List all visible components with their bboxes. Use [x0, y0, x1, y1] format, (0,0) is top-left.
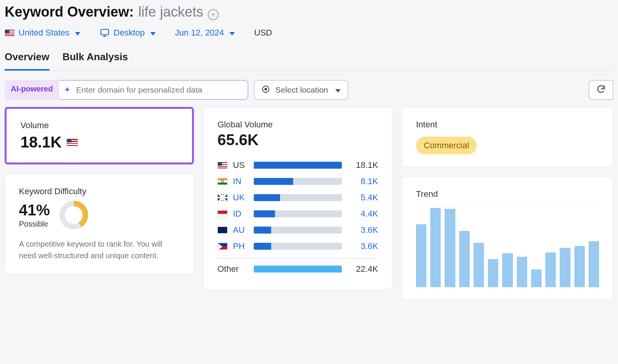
trend-bar [502, 253, 513, 287]
chevron-down-icon [229, 32, 235, 36]
trend-bar-chart [416, 206, 599, 287]
kd-label: Keyword Difficulty [19, 186, 180, 196]
trend-bar [459, 231, 470, 287]
gv-value: 5.4K [347, 193, 378, 203]
gv-value: 8.1K [347, 176, 378, 186]
refresh-button[interactable] [589, 80, 613, 100]
flag-au-icon [217, 227, 228, 234]
gv-country-code: IN [233, 176, 248, 186]
flag-id-icon [217, 210, 228, 217]
filter-device-label: Desktop [114, 28, 145, 38]
flag-us-icon [217, 162, 228, 169]
svg-point-2 [265, 88, 267, 90]
location-select[interactable]: Select location [254, 80, 348, 100]
global-volume-row[interactable]: US18.1K [217, 157, 378, 173]
keyword-text: life jackets [138, 4, 203, 20]
gv-bar [254, 162, 342, 169]
chevron-down-icon [335, 89, 341, 93]
sparkle-icon: ✦ [64, 85, 71, 95]
intent-label: Intent [416, 120, 599, 130]
trend-bar [545, 252, 556, 287]
global-volume-row[interactable]: IN8.1K [217, 173, 378, 190]
kd-description: A competitive keyword to rank for. You w… [19, 238, 180, 261]
kd-donut-chart [58, 200, 89, 230]
controls-row: AI-powered ✦ Select location [5, 80, 613, 100]
gv-value: 3.6K [347, 241, 378, 251]
trend-bar [531, 269, 542, 287]
trend-bar [488, 259, 498, 287]
global-volume-row[interactable]: ID4.4K [217, 206, 378, 222]
trend-bar [445, 209, 455, 287]
intent-value[interactable]: Commercial [416, 137, 477, 154]
flag-us-icon [5, 29, 15, 36]
trend-label: Trend [416, 189, 599, 199]
add-keyword-icon[interactable]: + [208, 9, 219, 20]
filter-country-label: United States [19, 28, 70, 38]
kd-percent: 41% [19, 201, 50, 219]
volume-label: Volume [20, 120, 178, 130]
trend-card: Trend [402, 176, 613, 300]
tab-overview[interactable]: Overview [5, 49, 49, 71]
flag-ph-icon [217, 243, 228, 250]
trend-bar [517, 257, 527, 287]
chevron-down-icon [150, 32, 156, 36]
tab-bulk-analysis[interactable]: Bulk Analysis [63, 49, 128, 71]
gv-bar [254, 194, 342, 201]
gv-bar [254, 210, 342, 217]
gv-value: 18.1K [347, 160, 378, 170]
trend-bar [416, 224, 426, 287]
domain-input[interactable] [76, 85, 241, 95]
global-volume-row[interactable]: UK5.4K [217, 190, 378, 206]
gv-country-code: US [233, 160, 248, 170]
gv-value: 4.4K [347, 209, 378, 219]
flag-uk-icon [217, 194, 228, 201]
global-volume-label: Global Volume [217, 120, 378, 130]
filter-bar: United States Desktop Jun 12, 2024 USD [5, 28, 613, 38]
global-volume-other-row: Other 22.4K [217, 258, 378, 277]
global-volume-row[interactable]: PH3.6K [217, 238, 378, 254]
trend-bar [474, 243, 484, 287]
location-placeholder: Select location [275, 85, 328, 95]
trend-bar [560, 248, 570, 288]
gv-other-label: Other [217, 264, 248, 274]
filter-date[interactable]: Jun 12, 2024 [175, 28, 235, 38]
filter-currency-label: USD [254, 28, 272, 38]
chevron-down-icon [75, 32, 80, 36]
gv-bar [254, 243, 342, 250]
global-volume-row[interactable]: AU3.6K [217, 222, 378, 238]
keyword-difficulty-card: Keyword Difficulty 41% Possible A compet… [5, 174, 194, 274]
page-title-row: Keyword Overview: life jackets + [5, 4, 613, 20]
pin-icon [261, 85, 270, 95]
trend-bar [430, 208, 441, 287]
refresh-icon [596, 84, 606, 96]
gv-bar [254, 178, 342, 185]
monitor-icon [100, 28, 110, 37]
gv-value: 3.6K [347, 225, 378, 235]
volume-value: 18.1K [20, 134, 62, 151]
tabs: Overview Bulk Analysis [5, 49, 613, 71]
volume-card: Volume 18.1K [5, 107, 194, 164]
gv-bar [254, 227, 342, 234]
gv-country-code: UK [233, 193, 248, 203]
volume-value-row: 18.1K [20, 134, 178, 151]
global-volume-card: Global Volume 65.6K US18.1KIN8.1KUK5.4KI… [203, 107, 392, 290]
gv-other-bar [254, 266, 342, 273]
intent-card: Intent Commercial [402, 107, 613, 167]
filter-device[interactable]: Desktop [100, 28, 156, 38]
flag-us-icon [66, 139, 78, 146]
filter-country[interactable]: United States [5, 28, 80, 38]
domain-input-wrap[interactable]: ✦ [59, 80, 248, 100]
trend-bar [574, 246, 585, 287]
gv-country-code: AU [233, 225, 248, 235]
trend-bar [589, 241, 599, 287]
flag-in-icon [217, 178, 228, 185]
filter-date-label: Jun 12, 2024 [175, 28, 224, 38]
svg-rect-0 [101, 29, 109, 35]
global-volume-total: 65.6K [217, 131, 378, 149]
gv-other-value: 22.4K [347, 264, 378, 274]
kd-bucket: Possible [19, 220, 50, 229]
gv-country-code: PH [233, 241, 248, 251]
ai-powered-badge: AI-powered [5, 80, 59, 100]
filter-currency: USD [254, 28, 272, 38]
page-title: Keyword Overview: [5, 4, 134, 20]
